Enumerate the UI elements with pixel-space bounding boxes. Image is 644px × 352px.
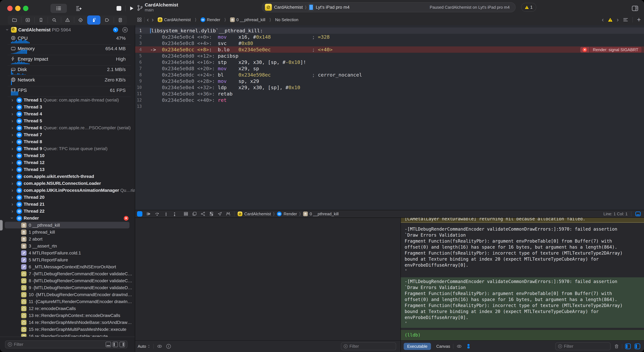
stack-frame-row[interactable]: 8 -[MTLDebugRenderCommandEncoder validat… <box>0 277 135 284</box>
stack-frame-row[interactable]: 4 MTLReportFailure.cold.1 <box>0 250 135 256</box>
gauge-row-energy-impact[interactable]: Energy Impact High <box>0 55 135 66</box>
chevron-right-icon[interactable]: › <box>10 181 14 186</box>
run-button[interactable] <box>127 4 136 13</box>
chevron-right-icon[interactable]: › <box>10 139 14 144</box>
code-line-13[interactable]: 13 <box>135 103 644 110</box>
variables-info-button[interactable] <box>166 344 171 349</box>
stack-frame-row[interactable]: 1 pthread_kill <box>0 229 135 236</box>
navigator-tab-debug[interactable] <box>87 16 100 25</box>
editor-assistant-button[interactable] <box>71 4 86 13</box>
stack-frame-row[interactable]: 7 -[MTLDebugRenderCommandEncoder validat… <box>0 270 135 277</box>
debug-crumb-frame[interactable]: 0 __pthread_kill <box>310 211 339 216</box>
share-graph-button[interactable] <box>200 211 206 216</box>
related-items-button[interactable] <box>137 17 142 23</box>
stack-frame-row[interactable]: 3 __assert_rtn <box>0 243 135 250</box>
chevron-down-icon[interactable]: › <box>5 28 10 32</box>
thread-row[interactable]: › Thread 20 <box>0 194 135 201</box>
stack-frame-row[interactable]: 12 re::encodeDrawCalls <box>0 305 135 312</box>
variables-scope-dropdown[interactable]: Auto <box>138 344 150 349</box>
stack-frame-row[interactable]: 15 re::RenderGraphMultiPassMeshNode::exe… <box>0 326 135 333</box>
code-line-9[interactable]: 9 0x234e5e0e0 <+28>: mov sp, x29 <box>135 78 644 84</box>
stack-frame-row[interactable]: 5 MTLReportFailure <box>0 256 135 263</box>
executable-scope-button[interactable]: Executable <box>404 343 431 350</box>
navigator-tab-tests[interactable] <box>74 16 87 25</box>
variables-view[interactable] <box>135 218 400 340</box>
stack-frame-row[interactable]: 9 -[MTLDebugRenderCommandEncoder validat… <box>0 284 135 291</box>
thread-row[interactable]: › Thread 1 Queue: com.apple.main-thread … <box>0 97 135 104</box>
gauge-row-fps[interactable]: FPS 61 FPS <box>0 86 135 97</box>
navigator-tab-source-control[interactable] <box>21 16 34 25</box>
debug-crumb-process[interactable]: CardAlchemist <box>244 211 271 216</box>
code-line-1[interactable]: 1 libsystem_kernel.dylib`__pthread_kill: <box>135 28 644 34</box>
lldb-prompt-row[interactable]: (lldb) <box>401 330 644 340</box>
console-assertion-block[interactable]: -[MTLDebugRenderCommandEncoder validateC… <box>401 225 644 275</box>
variables-quicklook-button[interactable] <box>156 344 162 349</box>
breadcrumb-project[interactable]: CardAlchemist <box>164 17 191 22</box>
code-line-6[interactable]: 6 0x234e5e0d4 <+16>: stp x29, x30, [sp, … <box>135 59 644 65</box>
chevron-right-icon[interactable]: › <box>10 111 14 116</box>
stack-frame-row[interactable]: 2 abort <box>0 236 135 243</box>
next-issue-button[interactable]: › <box>617 17 619 23</box>
scheme-name[interactable]: CardAlchemist <box>274 5 303 10</box>
chevron-right-icon[interactable]: › <box>10 118 14 123</box>
stack-frame-row[interactable]: 16 re::RenderGraphExecutable::execute <box>0 333 135 337</box>
chevron-right-icon[interactable]: › <box>10 105 14 109</box>
chevron-right-icon[interactable]: › <box>10 167 14 172</box>
show-variables-view-toggle[interactable] <box>625 343 631 349</box>
gauge-row-memory[interactable]: Memory 654.4 MB <box>0 45 135 55</box>
show-only-flagged-icon[interactable] <box>120 342 125 347</box>
gauge-row-cpu[interactable]: CPU 47% <box>0 34 135 45</box>
thread-row[interactable]: › Thread 12 <box>0 159 135 166</box>
toggle-navigator-button[interactable] <box>50 4 67 13</box>
chevron-down-icon[interactable]: › <box>10 216 15 220</box>
chevron-right-icon[interactable]: › <box>10 132 14 137</box>
navigator-tab-find[interactable] <box>48 16 61 25</box>
memory-gauge-button[interactable] <box>113 27 118 33</box>
stack-frame-row[interactable]: 11 -[CaptureMTLRenderCommandEncoder draw… <box>0 298 135 305</box>
code-line-5[interactable]: 5 0x234e5e0d0 <+12>: pacibsp <box>135 53 644 59</box>
code-line-7[interactable]: 7 0x234e5e0d8 <+20>: mov x29, sp <box>135 65 644 72</box>
warning-count-button[interactable]: 1 <box>521 3 536 12</box>
chevron-right-icon[interactable]: › <box>10 209 14 213</box>
environment-overrides-button[interactable] <box>209 211 214 216</box>
breadcrumb-frame[interactable]: 0 __pthread_kill <box>236 17 266 22</box>
variables-filter-input[interactable]: Filter <box>341 342 396 350</box>
back-button[interactable]: ‹ <box>147 17 149 23</box>
chevron-right-icon[interactable]: › <box>10 188 14 193</box>
code-line-8[interactable]: 8 0x234e5e0dc <+24>: bl 0x234e598ec ; ce… <box>135 72 644 78</box>
warning-triangle-icon[interactable] <box>608 18 612 22</box>
console-output[interactable]: [CAMetalLayer nextDrawable] returning ni… <box>401 218 644 340</box>
add-editor-button[interactable]: + <box>637 17 641 23</box>
thread-row[interactable]: › Thread 22 <box>0 208 135 215</box>
thread-row[interactable]: › Thread 8 <box>0 138 135 145</box>
chevron-right-icon[interactable]: › <box>10 153 14 158</box>
navigator-tab-issues[interactable] <box>61 16 74 25</box>
debug-area-toggle-icon[interactable] <box>635 211 641 217</box>
chevron-right-icon[interactable]: › <box>10 125 14 130</box>
thread-row[interactable]: › Thread 10 <box>0 152 135 159</box>
stack-frame-row[interactable]: 14 re::RenderGraphMeshNodeBase::sortAndD… <box>0 319 135 326</box>
gauge-row-network[interactable]: Network Zero KB/s <box>0 76 135 86</box>
run-destination[interactable]: Lyt's iPad pro m4 <box>316 5 350 10</box>
step-out-button[interactable] <box>172 211 177 216</box>
show-only-crashed-icon[interactable] <box>106 342 111 347</box>
clear-console-button[interactable] <box>614 344 619 349</box>
thread-row[interactable]: › Thread 6 Queue: com.apple.re…PSOCompil… <box>0 125 135 132</box>
thread-row[interactable]: › com.apple.uikit.eventfetch-thread <box>0 173 135 180</box>
code-line-4[interactable]: 4 -> 0x234e5e0cc <+8>: b.lo 0x234e5e0ec … <box>135 46 644 53</box>
current-frame-handle[interactable] <box>0 220 3 231</box>
chevron-right-icon[interactable]: › <box>10 146 14 151</box>
code-line-12[interactable]: 12 0x234e5e0ec <+40>: ret <box>135 97 644 103</box>
thread-row[interactable]: › com.apple.UIKit.inProcessAnimationMana… <box>0 187 135 194</box>
thread-row[interactable]: › Thread 5 <box>0 118 135 125</box>
breadcrumb-selection[interactable]: No Selection <box>275 17 298 22</box>
thread-row[interactable]: › Thread 21 <box>0 201 135 208</box>
zoom-window-button[interactable] <box>23 6 28 11</box>
chevron-right-icon[interactable]: › <box>10 195 14 200</box>
console-assertion-block[interactable]: -[MTLDebugRenderCommandEncoder validateC… <box>401 277 644 328</box>
code-line-11[interactable]: 11 0x234e5e0e8 <+36>: retab <box>135 91 644 97</box>
continue-button[interactable] <box>146 211 151 216</box>
code-line-3[interactable]: 3 0x234e5e0c8 <+4>: svc #0x80 <box>135 40 644 46</box>
chevron-right-icon[interactable]: › <box>10 98 14 102</box>
thread-row[interactable]: › com.apple.NSURLConnectionLoader <box>0 180 135 187</box>
